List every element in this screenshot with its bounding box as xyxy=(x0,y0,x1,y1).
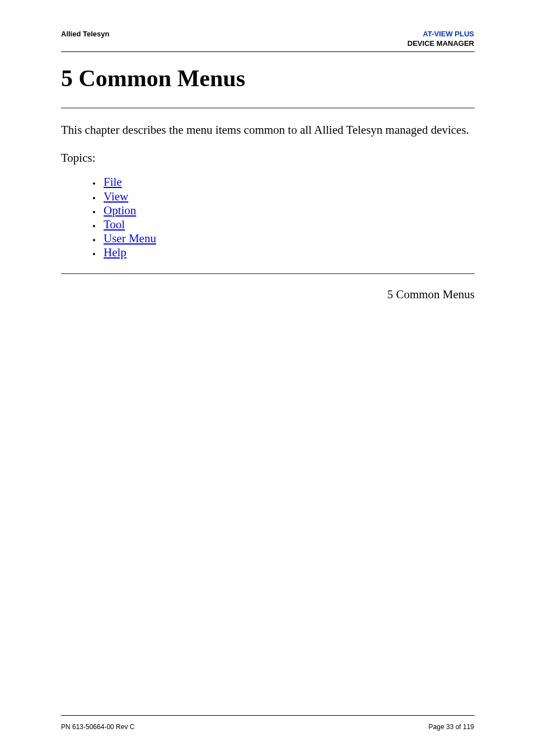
link-user-menu[interactable]: User Menu xyxy=(104,232,156,245)
content: 5 Common Menus This chapter describes th… xyxy=(61,65,475,302)
breadcrumb: 5 Common Menus xyxy=(61,288,475,302)
title-rule xyxy=(61,107,475,109)
topics-item: Option xyxy=(101,204,475,218)
topics-item: File xyxy=(101,175,475,189)
topics-list: File View Option Tool User Menu Help xyxy=(101,175,475,260)
header-product: AT-VIEW PLUS xyxy=(407,30,474,39)
footer-right: Page 33 of 119 xyxy=(429,723,474,731)
header-rule xyxy=(61,51,475,52)
link-option[interactable]: Option xyxy=(104,204,136,217)
bottom-rule xyxy=(61,273,475,274)
link-tool[interactable]: Tool xyxy=(104,218,125,231)
topics-label: Topics: xyxy=(61,151,475,165)
footer-rule xyxy=(61,715,475,716)
footer-left: PN 613-50664-00 Rev C xyxy=(61,723,134,731)
link-help[interactable]: Help xyxy=(104,246,127,259)
link-view[interactable]: View xyxy=(104,190,128,203)
topics-item: Tool xyxy=(101,218,475,232)
header-left: Allied Telesyn xyxy=(61,30,109,38)
page-title: 5 Common Menus xyxy=(61,65,475,92)
intro-text: This chapter describes the menu items co… xyxy=(61,122,475,138)
header-right: AT-VIEW PLUS DEVICE MANAGER xyxy=(407,30,474,49)
page: Allied Telesyn AT-VIEW PLUS DEVICE MANAG… xyxy=(0,0,534,756)
topics-item: User Menu xyxy=(101,232,475,246)
link-file[interactable]: File xyxy=(104,175,122,189)
topics-item: View xyxy=(101,190,475,204)
header-subtitle: DEVICE MANAGER xyxy=(407,39,474,49)
topics-item: Help xyxy=(101,246,475,260)
